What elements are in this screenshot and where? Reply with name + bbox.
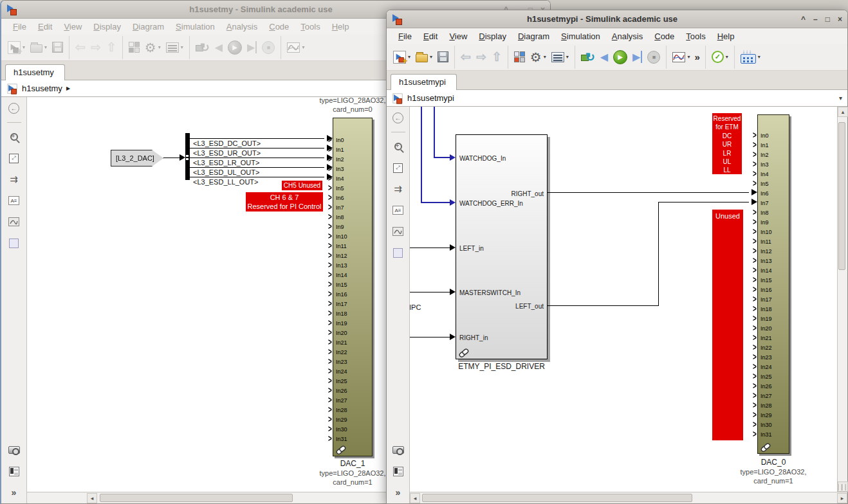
annotation-tool-icon[interactable]: A≡ (391, 203, 405, 217)
step-back-button[interactable]: ◀ (212, 37, 225, 58)
model-config-button[interactable]: ▾ (163, 37, 186, 58)
dac-port[interactable]: > In25 (333, 376, 372, 386)
up-button[interactable]: ⇧ (104, 37, 119, 58)
forward-button[interactable]: ⇨ (88, 37, 104, 58)
breadcrumb-dropdown-icon[interactable]: ▾ (839, 94, 842, 102)
dac-port[interactable]: > In22 (333, 347, 372, 357)
zoom-tool-icon[interactable] (7, 130, 21, 144)
fit-to-view-icon[interactable]: ⤢ (391, 161, 405, 175)
dac-port[interactable]: > In2 (758, 150, 789, 159)
horizontal-scrollbar[interactable]: ◂ ▸ (410, 492, 847, 503)
dac-port[interactable]: > In25 (758, 372, 789, 381)
dac-port[interactable]: > In5 (333, 183, 372, 193)
dac-port[interactable]: > In6 (333, 193, 372, 203)
diagram-canvas-h1susetmypi[interactable]: IPC WATCHDOG_InWATCHDOG_ERR_InLEFT_inMAS… (410, 107, 837, 492)
close-button[interactable]: × (838, 15, 842, 24)
annotation-unused[interactable]: Unused (712, 210, 743, 440)
model-config-button[interactable]: ▾ (549, 47, 571, 68)
signal-label[interactable]: <L3_ESD_LR_OUT> (193, 159, 259, 166)
dac-port[interactable]: > In19 (333, 318, 372, 328)
breadcrumb-item[interactable]: h1susetmy (22, 84, 62, 93)
menu-item[interactable]: Analysis (221, 21, 263, 33)
back-button[interactable]: ⇦ (458, 47, 474, 68)
menu-item[interactable]: Simulation (556, 30, 605, 42)
dac-port[interactable]: > In16 (333, 289, 372, 299)
dac-port[interactable]: > In1 (758, 140, 789, 150)
new-model-button[interactable]: +▾ (5, 37, 28, 58)
dac-port[interactable]: > In26 (758, 381, 789, 391)
image-tool-icon[interactable] (7, 215, 21, 229)
dac-port[interactable]: > In13 (333, 260, 372, 270)
dac-port[interactable]: > In15 (333, 280, 372, 289)
menu-item[interactable]: Display (474, 30, 512, 42)
dac-port[interactable]: > In10 (758, 227, 789, 237)
block-DAC_1[interactable]: > In0 > In1 > (333, 118, 373, 456)
update-model-button[interactable]: ↻ (578, 47, 598, 68)
dac-port[interactable]: > In22 (758, 343, 789, 352)
wire-masterswitch-in[interactable] (410, 292, 450, 292)
dac-port[interactable]: > In4 (758, 169, 789, 179)
settings-button[interactable]: ⚙▾ (142, 37, 163, 58)
dac-port[interactable]: > In3 (758, 159, 789, 169)
wire-ul-out[interactable] (190, 167, 327, 168)
menu-item[interactable]: Tools (681, 30, 710, 42)
hide-browser-button[interactable]: ← (391, 111, 405, 125)
library-browser-button[interactable] (512, 47, 528, 68)
dac-port[interactable]: > In30 (333, 424, 372, 434)
fit-to-view-icon[interactable]: ⤢ (7, 151, 21, 165)
dac-port[interactable]: > In4 (333, 174, 372, 183)
titlebar[interactable]: h1susetmypi - Simulink academic use ^ – … (387, 10, 847, 28)
dac-port[interactable]: > In18 (333, 309, 372, 318)
dac-port[interactable]: > In17 (333, 299, 372, 309)
open-button[interactable]: ▾ (413, 47, 435, 68)
wire-right-out[interactable] (548, 192, 755, 193)
dac-port[interactable]: > In17 (758, 294, 789, 304)
wire-watchdog-err[interactable] (421, 202, 450, 203)
more-tools-icon[interactable]: » (7, 485, 21, 500)
driver-in-port[interactable]: MASTERSWITCH_In (459, 289, 521, 296)
signal-label[interactable]: <L3_ESD_DC_OUT> (193, 140, 261, 147)
signal-label[interactable]: <L3_ESD_UL_OUT> (193, 168, 259, 176)
signal-label[interactable]: <L3_ESD_LL_OUT> (193, 178, 259, 186)
dac-port[interactable]: > In7 (333, 203, 372, 212)
signal-label[interactable]: <L3_ESD_UR_OUT> (193, 149, 261, 157)
wire-dc-out[interactable] (190, 138, 327, 139)
menu-item[interactable]: Edit (418, 30, 443, 42)
driver-in-port[interactable]: WATCHDOG_ERR_In (459, 199, 523, 207)
dac-port[interactable]: > In12 (333, 251, 372, 260)
dac-port[interactable]: > In19 (758, 314, 789, 323)
run-button[interactable]: ▶ (611, 47, 630, 68)
driver-in-port[interactable]: WATCHDOG_In (459, 154, 506, 162)
back-button[interactable]: ⇦ (73, 37, 88, 58)
minimize-button[interactable]: – (813, 15, 818, 24)
tab-h1susetmypi[interactable]: h1susetmypi (391, 74, 457, 90)
wire-left-out[interactable] (548, 305, 659, 306)
wire-left-out[interactable] (658, 202, 755, 203)
settings-button[interactable]: ⚙▾ (528, 47, 549, 68)
maximize-button[interactable]: □ (825, 15, 830, 24)
scroll-left-icon[interactable]: ◂ (87, 493, 97, 503)
dac-port[interactable]: > In11 (758, 237, 789, 246)
from-block-L3_2_DAC[interactable]: [L3_2_DAC] (111, 150, 163, 166)
wire-lr-out[interactable] (190, 158, 327, 158)
save-button[interactable] (435, 47, 451, 68)
menu-item[interactable]: File (8, 21, 32, 33)
dac-port[interactable]: > In12 (758, 246, 789, 256)
dac-port[interactable]: > In24 (758, 362, 789, 372)
dac-port[interactable]: > In14 (333, 270, 372, 280)
toolbar-overflow-button[interactable]: » (692, 47, 701, 68)
dac-port[interactable]: > In15 (758, 275, 789, 285)
menu-item[interactable]: Tools (295, 21, 325, 33)
dac-port[interactable]: > In28 (758, 401, 789, 410)
wire-watchdog[interactable] (434, 157, 450, 158)
dac-port[interactable]: > In11 (333, 241, 372, 251)
new-model-button[interactable]: +▾ (391, 47, 413, 68)
dac-port[interactable]: > In0 (758, 130, 789, 140)
tab-h1susetmy[interactable]: h1susetmy (5, 64, 65, 80)
menu-item[interactable]: File (393, 30, 417, 42)
hide-browser-button[interactable]: ← (7, 101, 21, 115)
run-button[interactable]: ▶ (225, 37, 244, 58)
dac-port[interactable]: > In18 (758, 304, 789, 314)
dac-port[interactable]: > In14 (758, 266, 789, 275)
annotation-reserved-etm[interactable]: Reservedfor ETMDCURLRULLL (712, 113, 742, 174)
